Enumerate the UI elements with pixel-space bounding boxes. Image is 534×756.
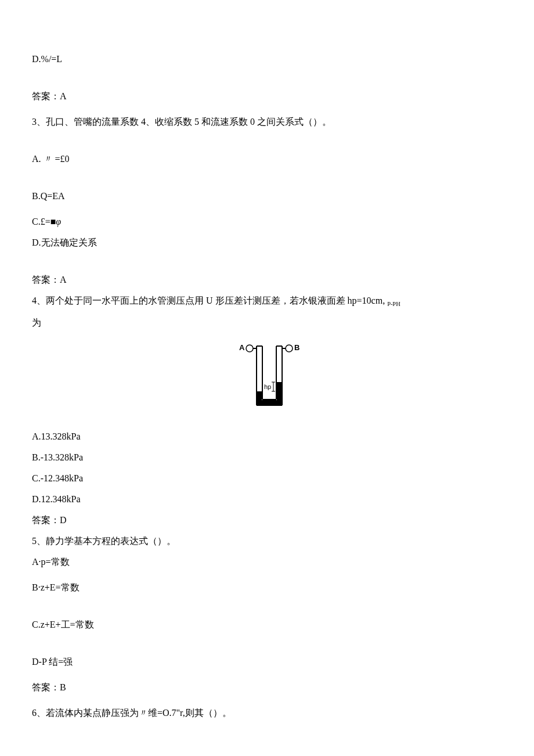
q4-option-a: A.13.328kPa (32, 430, 502, 444)
fig-label-a: A (239, 343, 245, 352)
fig-mercury-right (277, 382, 282, 405)
q3c-text: C.£=■ (32, 217, 56, 226)
q3-option-c: C.£=■φ (32, 215, 502, 229)
question-4-line2: 为 (32, 316, 502, 330)
fig-label-b: B (294, 343, 300, 352)
q3c-phi: φ (56, 217, 61, 226)
u-tube-figure: A B hp (32, 341, 502, 421)
answer-3: 答案：A (32, 273, 502, 287)
question-6: 6、若流体内某点静压强为〃维=O.7"r,则其（）。 (32, 706, 502, 720)
q3-option-b: B.Q=EA (32, 189, 502, 203)
fig-label-hp: hp (264, 383, 271, 390)
answer-4: 答案：D (32, 513, 502, 527)
q5-option-c: C.z+E+工=常数 (32, 618, 502, 632)
prev-option-d: D.%/=L (32, 52, 502, 66)
q4-option-d: D.12.348kPa (32, 492, 502, 506)
q4-text1: 4、两个处于同一水平面上的水管测压点用 U 形压差计测压差，若水银液面差 hp=… (32, 296, 387, 305)
q3-option-d: D.无法确定关系 (32, 236, 502, 250)
q5-option-b: B·z+E=常数 (32, 581, 502, 595)
question-4-line1: 4、两个处于同一水平面上的水管测压点用 U 形压差计测压差，若水银液面差 hp=… (32, 294, 502, 309)
question-5: 5、静力学基本方程的表达式（）。 (32, 534, 502, 548)
answer-2: 答案：A (32, 89, 502, 103)
q4-subscript: P-PH (387, 301, 400, 307)
fig-circle-b (286, 345, 293, 352)
q4-option-c: C.-12.348kPa (32, 471, 502, 485)
q3-option-a: A. 〃 =£0 (32, 152, 502, 166)
q5-option-d: D-P 结=强 (32, 655, 502, 669)
fig-circle-a (246, 345, 253, 352)
q5-option-a: A·p=常数 (32, 555, 502, 569)
q4-option-b: B.-13.328kPa (32, 451, 502, 465)
question-3: 3、孔口、管嘴的流量系数 4、收缩系数 5 和流速系数 0 之间关系式（）。 (32, 115, 502, 129)
answer-5: 答案：B (32, 681, 502, 694)
